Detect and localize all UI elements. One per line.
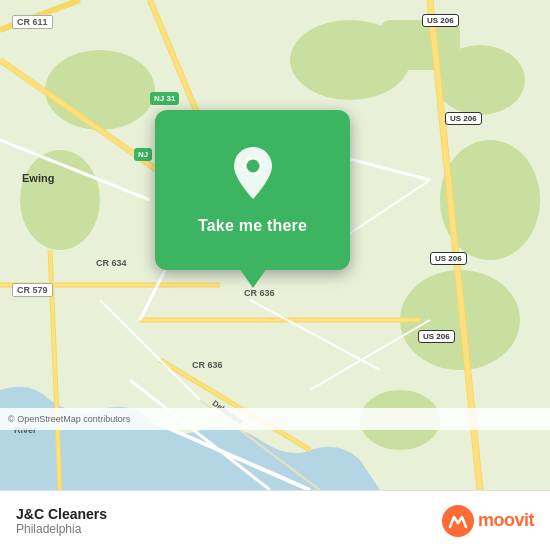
location-pin-icon [229,145,277,207]
place-city: Philadelphia [16,522,107,536]
road-label-cr611: CR 611 [12,15,53,29]
highway-badge-us206-top: US 206 [422,14,459,27]
moovit-logo: moovit [442,505,534,537]
moovit-text: moovit [478,510,534,531]
osm-attribution: © OpenStreetMap contributors [8,414,130,424]
city-label-ewing: Ewing [22,172,54,184]
popup-card: Take me there [155,110,350,270]
take-me-there-button[interactable]: Take me there [198,217,307,235]
place-info: J&C Cleaners Philadelphia [16,506,107,536]
attribution-bar: © OpenStreetMap contributors [0,408,550,430]
road-label-cr636-top: CR 636 [244,288,275,298]
road-label-cr634: CR 634 [96,258,127,268]
place-name: J&C Cleaners [16,506,107,522]
svg-rect-3 [380,20,460,70]
road-label-cr636-bottom: CR 636 [192,360,223,370]
moovit-icon [442,505,474,537]
map-container: CR 611 US 206 US 206 US 206 US 206 NJ 31… [0,0,550,490]
svg-point-4 [45,50,155,130]
highway-badge-us206-mid: US 206 [445,112,482,125]
highway-badge-us206-lower: US 206 [430,252,467,265]
bottom-bar: J&C Cleaners Philadelphia moovit [0,490,550,550]
highway-badge-us206-bottom: US 206 [418,330,455,343]
highway-badge-nj31: NJ 31 [150,92,179,105]
svg-point-35 [245,158,261,174]
road-label-cr579: CR 579 [12,283,53,297]
highway-badge-nj: NJ [134,148,152,161]
